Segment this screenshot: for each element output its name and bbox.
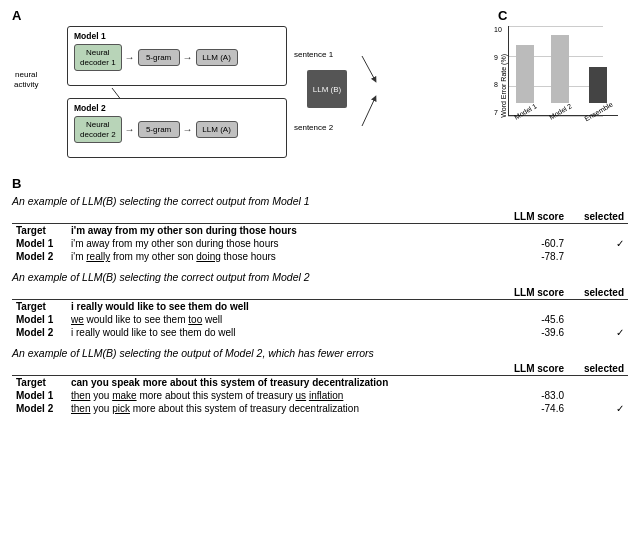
col-header-score-2: LLM score: [493, 286, 568, 300]
bar-model1-rect: [516, 45, 534, 103]
row-label: Model 1: [12, 237, 67, 250]
bar-ensemble-label: Ensemble: [583, 101, 613, 123]
llm-a-2-box: LLM (A): [196, 121, 238, 139]
arrow-3: →: [125, 124, 135, 135]
neural-activity-label: neuralactivity: [14, 70, 38, 89]
example-3-block: An example of LLM(B) selecting the outpu…: [12, 347, 628, 415]
example-2-table: LLM score selected Target i really would…: [12, 286, 628, 339]
svg-line-3: [362, 98, 375, 126]
row-selected: [568, 313, 628, 326]
y-tick-8: 8: [494, 81, 502, 88]
section-b-label: B: [12, 176, 628, 191]
row-selected: [568, 300, 628, 314]
table-row: Model 1 then you make more about this sy…: [12, 389, 628, 402]
row-selected: ✓: [568, 326, 628, 339]
table-row: Model 2 then you pick more about this sy…: [12, 402, 628, 415]
neural-decoder-2-box: Neuraldecoder 2: [74, 116, 122, 143]
y-tick-7: 7: [494, 109, 502, 116]
row-selected: [568, 376, 628, 390]
chart-section-c: C Word Error Rate (%) 10 9 8 7: [488, 8, 628, 168]
row-score: [493, 224, 568, 238]
diagram-section-a: A neuralactivity: [12, 8, 488, 168]
row-score: -78.7: [493, 250, 568, 263]
row-label: Model 1: [12, 313, 67, 326]
llm-a-1-box: LLM (A): [196, 49, 238, 67]
row-selected: [568, 250, 628, 263]
section-a-label: A: [12, 8, 21, 23]
y-tick-9: 9: [494, 54, 502, 61]
row-text: we would like to see them too well: [67, 313, 493, 326]
row-score: -45.6: [493, 313, 568, 326]
sentence-1-label: sentence 1: [294, 50, 333, 59]
llm-b-box: LLM (B): [307, 70, 347, 108]
row-text: i really would like to see them do well: [67, 326, 493, 339]
model-2-group: Model 2 Neuraldecoder 2 → 5-gram → LLM (…: [67, 98, 287, 158]
bar-model1-label: Model 1: [513, 102, 538, 121]
row-score: -60.7: [493, 237, 568, 250]
section-c-label: C: [498, 8, 507, 23]
svg-line-2: [362, 56, 375, 80]
col-header-score-3: LLM score: [493, 362, 568, 376]
row-label: Target: [12, 224, 67, 238]
row-text: then you pick more about this system of …: [67, 402, 493, 415]
bar-model2: Model 2: [548, 35, 573, 115]
row-label: Model 2: [12, 402, 67, 415]
y-tick-10: 10: [494, 26, 502, 33]
col-header-text-3: [67, 362, 493, 376]
col-header-empty-2: [12, 286, 67, 300]
bar-ensemble: Ensemble: [583, 67, 614, 115]
model-2-title: Model 2: [74, 103, 280, 113]
row-label: Model 2: [12, 326, 67, 339]
chart-bars: Model 1 Model 2 Ensemble: [508, 26, 618, 116]
bar-model1: Model 1: [513, 45, 538, 115]
col-header-empty-1: [12, 210, 67, 224]
neural-decoder-1-box: Neuraldecoder 1: [74, 44, 122, 71]
example-2-title: An example of LLM(B) selecting the corre…: [12, 271, 628, 283]
row-label: Model 2: [12, 250, 67, 263]
table-row: Model 1 i'm away from my other son durin…: [12, 237, 628, 250]
row-text: i'm away from my other son during those …: [67, 237, 493, 250]
row-label: Model 1: [12, 389, 67, 402]
row-text: i'm really from my other son doing those…: [67, 250, 493, 263]
table-row: Model 1 we would like to see them too we…: [12, 313, 628, 326]
example-2-block: An example of LLM(B) selecting the corre…: [12, 271, 628, 339]
row-label: Target: [12, 300, 67, 314]
sentence-2-label: sentence 2: [294, 123, 333, 132]
row-text: can you speak more about this system of …: [67, 376, 493, 390]
row-selected: ✓: [568, 237, 628, 250]
arrow-1: →: [125, 52, 135, 63]
model-1-title: Model 1: [74, 31, 280, 41]
row-score: -83.0: [493, 389, 568, 402]
col-header-score-1: LLM score: [493, 210, 568, 224]
col-header-text-2: [67, 286, 493, 300]
table-row: Target i really would like to see them d…: [12, 300, 628, 314]
row-score: -74.6: [493, 402, 568, 415]
example-1-block: An example of LLM(B) selecting the corre…: [12, 195, 628, 263]
col-header-text-1: [67, 210, 493, 224]
row-selected: [568, 224, 628, 238]
row-selected: [568, 389, 628, 402]
row-score: [493, 300, 568, 314]
five-gram-1-box: 5-gram: [138, 49, 180, 67]
example-1-table: LLM score selected Target i'm away from …: [12, 210, 628, 263]
row-selected: ✓: [568, 402, 628, 415]
model-1-group: Model 1 Neuraldecoder 1 → 5-gram → LLM (…: [67, 26, 287, 86]
five-gram-2-box: 5-gram: [138, 121, 180, 139]
bar-model2-rect: [551, 35, 569, 103]
col-header-selected-1: selected: [568, 210, 628, 224]
col-header-empty-3: [12, 362, 67, 376]
table-row: Target i'm away from my other son during…: [12, 224, 628, 238]
bar-ensemble-rect: [589, 67, 607, 103]
example-3-title: An example of LLM(B) selecting the outpu…: [12, 347, 628, 359]
arrow-2: →: [183, 52, 193, 63]
table-row: Target can you speak more about this sys…: [12, 376, 628, 390]
example-3-table: LLM score selected Target can you speak …: [12, 362, 628, 415]
col-header-selected-2: selected: [568, 286, 628, 300]
bar-model2-label: Model 2: [548, 102, 573, 121]
col-header-selected-3: selected: [568, 362, 628, 376]
section-b: B An example of LLM(B) selecting the cor…: [12, 176, 628, 415]
row-score: -39.6: [493, 326, 568, 339]
row-text: then you make more about this system of …: [67, 389, 493, 402]
row-text: i'm away from my other son during those …: [67, 224, 493, 238]
arrow-4: →: [183, 124, 193, 135]
